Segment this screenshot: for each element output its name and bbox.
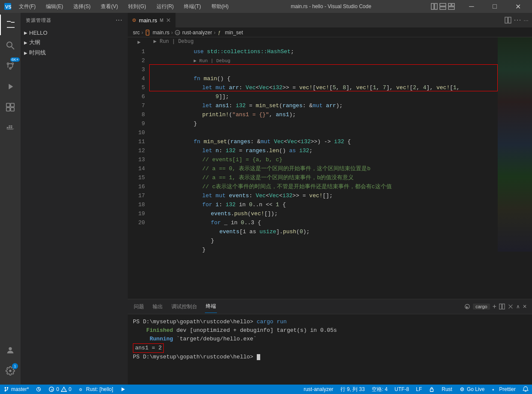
code-line-2: fn main() { [149, 65, 498, 74]
panel-tab-problems[interactable]: 问题 [133, 301, 145, 313]
go-live-label: Go Live [467, 386, 484, 392]
sidebar-item-label-2: 大纲 [29, 39, 40, 46]
titlebar-right: ─ □ ✕ [431, 0, 528, 13]
tab-bar: ⚙ main.rs M ✕ ··· [128, 13, 532, 28]
rust-file-icon: ⚙ [132, 18, 136, 23]
menu-select[interactable]: 选择(S) [71, 2, 93, 11]
layout-icon[interactable] [431, 3, 438, 10]
layout2-icon[interactable] [439, 3, 446, 10]
breadcrumb-function[interactable]: min_set [225, 30, 243, 36]
panel-tab-debug[interactable]: 调试控制台 [171, 301, 198, 313]
panel-tab-terminal[interactable]: 终端 [205, 300, 217, 313]
status-rust-analyzer[interactable]: rust-analyzer [300, 385, 337, 394]
status-errors[interactable]: ✕ 0 ! 0 [45, 385, 75, 394]
breadcrumb-sep-2: › [171, 30, 173, 36]
split-terminal-icon[interactable] [499, 304, 505, 310]
terminal-run-icon: ▶ [464, 304, 470, 310]
menu-view[interactable]: 查看(V) [98, 2, 120, 11]
run-debug-hint[interactable]: ▶ [128, 38, 145, 47]
editor-panel-container: ▶ 12345 678910 1112131415 1617181920 ▶ R… [128, 37, 532, 385]
git-activity-icon[interactable]: 6K+ [0, 56, 21, 76]
minimize-button[interactable]: ─ [462, 0, 481, 13]
settings-activity-icon[interactable]: 1 [0, 361, 21, 381]
breadcrumb-analyzer[interactable]: rust-analyzer [182, 30, 212, 36]
code-line-8: fn min_set(ranges: &mut Vec<Vec<i32>>) -… [149, 128, 498, 137]
delete-terminal-icon[interactable] [508, 304, 514, 310]
tab-modified-dot: M [160, 18, 163, 23]
tab-main-rs[interactable]: ⚙ main.rs M ✕ [128, 13, 176, 27]
docker-activity-icon[interactable] [0, 117, 21, 138]
sidebar-item-timeline[interactable]: ▶ 时间线 [21, 48, 128, 58]
chevron-right-icon-3: ▶ [24, 51, 27, 55]
svg-rect-6 [448, 3, 451, 6]
status-branch[interactable]: master* [0, 385, 32, 394]
rust-icon: ⚙ [78, 386, 84, 392]
status-notifications[interactable] [519, 385, 532, 394]
terminal-output-boxed: ans1 = 2 [133, 343, 164, 353]
code-editor[interactable]: ▶ 12345 678910 1112131415 1617181920 ▶ R… [128, 37, 532, 299]
warning-count: 0 [69, 386, 72, 392]
panel-close-icon[interactable]: ✕ [523, 304, 527, 310]
breadcrumb-src[interactable]: src [133, 30, 140, 36]
status-encoding[interactable]: UTF-8 [391, 385, 412, 394]
status-language[interactable]: Rust [438, 385, 456, 394]
status-run[interactable] [117, 385, 129, 394]
terminal-line-3: Running `target/debug/hello.exe` [133, 335, 527, 343]
menu-goto[interactable]: 转到(G) [126, 2, 148, 11]
main-layout: 6K+ 1 资源管理器 ··· ▶ HE [0, 13, 532, 385]
add-terminal-icon[interactable]: + [493, 303, 496, 310]
menu-run[interactable]: 运行(R) [154, 2, 177, 11]
svg-rect-20 [11, 127, 12, 128]
run-activity-icon[interactable] [0, 76, 21, 97]
vscode-logo-icon: VS [4, 3, 11, 10]
breadcrumb-file[interactable]: main.rs [153, 30, 169, 36]
status-eol[interactable]: LF [412, 385, 425, 394]
menu-file[interactable]: 文件(F) [16, 2, 38, 11]
status-rust[interactable]: ⚙ Rust: [hello] [75, 385, 117, 394]
extensions-activity-icon[interactable] [0, 97, 21, 117]
status-position[interactable]: 行 9, 列 33 [337, 385, 368, 394]
panel-chevron-up[interactable]: ∧ [516, 304, 520, 310]
status-lk-icon[interactable] [425, 385, 438, 394]
terminal-content[interactable]: PS D:\mysetup\gopath\rustcode\hello> car… [128, 314, 532, 385]
status-sync[interactable] [32, 385, 45, 394]
menu-terminal[interactable]: 终端(T) [181, 2, 203, 11]
cargo-label: cargo [473, 304, 490, 310]
menu-edit[interactable]: 编辑(E) [43, 2, 66, 11]
chevron-right-icon: ▶ [24, 30, 27, 35]
rust-analyzer-icon: RS [174, 30, 180, 36]
terminal-line-2: Finished dev [unoptimized + debuginfo] t… [133, 326, 527, 335]
split-editor-icon[interactable] [505, 17, 511, 24]
panel-tab-output[interactable]: 输出 [152, 301, 164, 313]
sidebar-more-icon[interactable]: ··· [116, 16, 123, 24]
search-activity-icon[interactable] [0, 35, 21, 56]
svg-rect-25 [508, 17, 511, 23]
svg-rect-36 [499, 304, 502, 309]
layout3-icon[interactable] [448, 3, 455, 10]
svg-point-48 [462, 389, 463, 390]
status-go-live[interactable]: Go Live [456, 385, 488, 394]
account-activity-icon[interactable] [0, 340, 21, 361]
status-bar: master* ✕ 0 ! 0 ⚙ Rust: [hello] rust-ana… [0, 385, 532, 394]
explorer-activity-icon[interactable] [0, 15, 21, 35]
editor-options-button[interactable]: ··· [523, 17, 529, 24]
status-prettier[interactable]: ✦ Prettier [488, 385, 519, 394]
sidebar-item-hello[interactable]: ▶ HELLO [21, 28, 128, 37]
sidebar-item-outline[interactable]: ▶ 大纲 [21, 37, 128, 48]
bell-icon [523, 386, 529, 392]
close-button[interactable]: ✕ [508, 0, 528, 13]
status-spaces[interactable]: 空格: 4 [368, 385, 391, 394]
svg-line-10 [12, 47, 14, 49]
menu-help[interactable]: 帮助(H) [209, 2, 231, 11]
tab-close-button[interactable]: ✕ [166, 17, 171, 24]
more-tabs-icon[interactable] [514, 17, 521, 24]
svg-point-23 [9, 347, 12, 350]
position-label: 行 9, 列 33 [340, 386, 365, 393]
svg-rect-27 [517, 20, 518, 21]
svg-rect-22 [11, 126, 12, 127]
go-live-icon [459, 386, 465, 392]
code-content[interactable]: ▶ Run | Debug use std::collections::Hash… [149, 37, 498, 299]
maximize-button[interactable]: □ [485, 0, 505, 13]
eol-label: LF [416, 386, 422, 392]
function-icon: ƒ [217, 30, 223, 36]
